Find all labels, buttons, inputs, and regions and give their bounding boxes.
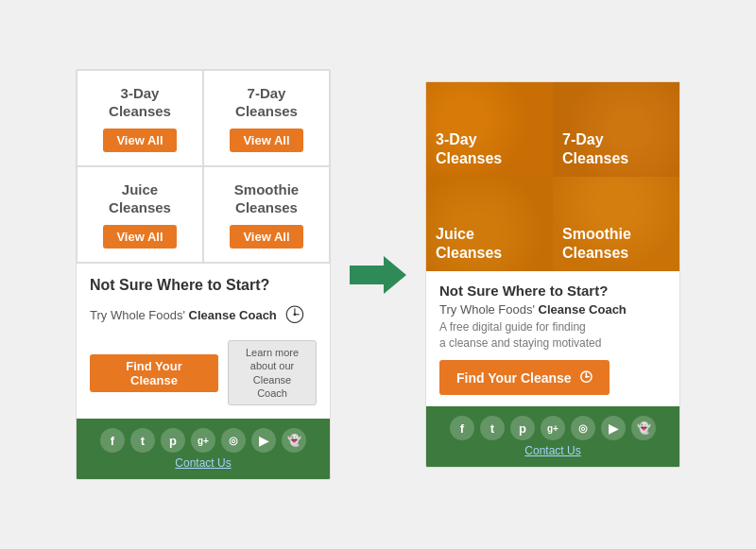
view-all-juice-button[interactable]: View All	[103, 225, 176, 249]
twitter-icon-right[interactable]: t	[480, 416, 505, 440]
facebook-icon-right[interactable]: f	[450, 416, 474, 440]
left-contact-link[interactable]: Contact Us	[175, 456, 231, 470]
whistle-icon-left: ⌚︎	[284, 300, 305, 331]
right-try-text: Try Whole Foods' Cleanse Coach	[439, 302, 666, 317]
cell-title-7day: 7-DayCleanses	[235, 84, 298, 121]
grid-cell-juice: JuiceCleanses View All	[77, 166, 203, 263]
cell-title-smoothie: SmoothieCleanses	[234, 180, 299, 217]
learn-more-button[interactable]: Learn moreabout ourCleanse Coach	[228, 340, 317, 405]
left-footer: f t p g+ ◎ ▶ 👻 Contact Us	[77, 419, 330, 479]
instagram-icon-right[interactable]: ◎	[571, 416, 595, 440]
right-footer: f t p g+ ◎ ▶ 👻 Contact Us	[426, 406, 679, 467]
right-social-icons: f t p g+ ◎ ▶ 👻	[450, 416, 656, 440]
view-all-7day-button[interactable]: View All	[230, 129, 302, 152]
right-bottom-section: Not Sure Where to Start? Try Whole Foods…	[426, 271, 679, 407]
right-title-3day: 3-DayCleanses	[436, 130, 502, 166]
left-bottom-section: Not Sure Where to Start? Try Whole Foods…	[77, 264, 330, 419]
panel-left: 3-DayCleanses View All 7-DayCleanses Vie…	[76, 69, 331, 480]
left-bottom-actions: Find Your Cleanse Learn moreabout ourCle…	[90, 340, 317, 419]
cell-title-juice: JuiceCleanses	[109, 180, 171, 217]
grid-cell-3day: 3-DayCleanses View All	[77, 70, 203, 166]
pinterest-icon-right[interactable]: p	[510, 416, 535, 440]
view-all-3day-button[interactable]: View All	[103, 129, 176, 152]
grid-cell-7day: 7-DayCleanses View All	[203, 70, 330, 166]
right-cleanse-coach-label: Cleanse Coach	[539, 302, 627, 317]
right-contact-link[interactable]: Contact Us	[524, 444, 580, 457]
find-cleanse-button-left[interactable]: Find Your Cleanse	[90, 354, 218, 392]
left-social-icons: f t p g+ ◎ ▶ 👻	[100, 428, 306, 453]
facebook-icon[interactable]: f	[100, 428, 125, 453]
svg-marker-0	[350, 256, 406, 294]
arrow-wrapper	[350, 256, 406, 294]
right-not-sure-title: Not Sure Where to Start?	[439, 283, 666, 299]
cell-title-3day: 3-DayCleanses	[109, 84, 171, 121]
instagram-icon[interactable]: ◎	[221, 428, 246, 453]
right-cell-smoothie[interactable]: SmoothieCleanses	[553, 177, 679, 271]
view-all-smoothie-button[interactable]: View All	[230, 225, 302, 249]
find-cleanse-button-right[interactable]: Find Your Cleanse ⌚︎	[439, 360, 610, 395]
right-title-juice: JuiceCleanses	[436, 225, 502, 261]
googleplus-icon-right[interactable]: g+	[541, 416, 565, 440]
page-wrapper: 3-DayCleanses View All 7-DayCleanses Vie…	[57, 50, 699, 499]
right-cell-3day[interactable]: 3-DayCleanses	[426, 82, 553, 177]
left-try-label: Try Whole Foods' Cleanse Coach	[90, 308, 277, 322]
right-grid: 3-DayCleanses 7-DayCleanses JuiceCleanse…	[426, 82, 679, 271]
twitter-icon[interactable]: t	[130, 428, 155, 453]
left-grid: 3-DayCleanses View All 7-DayCleanses Vie…	[77, 70, 330, 264]
panel-right: 3-DayCleanses 7-DayCleanses JuiceCleanse…	[425, 81, 680, 469]
left-try-text: Try Whole Foods' Cleanse Coach ⌚︎	[90, 300, 317, 331]
right-cell-7day[interactable]: 7-DayCleanses	[553, 82, 679, 177]
youtube-icon-right[interactable]: ▶	[601, 416, 626, 440]
whistle-icon-right: ⌚︎	[579, 368, 593, 387]
grid-cell-smoothie: SmoothieCleanses View All	[203, 166, 330, 263]
left-not-sure-title: Not Sure Where to Start?	[90, 277, 317, 294]
right-free-guide-text: A free digital guide for findinga cleans…	[439, 319, 666, 352]
left-cleanse-coach-label: Cleanse Coach	[189, 308, 277, 322]
right-cell-juice[interactable]: JuiceCleanses	[426, 177, 553, 271]
snapchat-icon-right[interactable]: 👻	[631, 416, 656, 440]
snapchat-icon[interactable]: 👻	[282, 428, 306, 453]
pinterest-icon[interactable]: p	[161, 428, 185, 453]
googleplus-icon[interactable]: g+	[191, 428, 215, 453]
find-cleanse-label: Find Your Cleanse	[456, 370, 572, 386]
right-title-7day: 7-DayCleanses	[562, 130, 628, 166]
right-title-smoothie: SmoothieCleanses	[562, 225, 631, 261]
youtube-icon[interactable]: ▶	[251, 428, 276, 453]
right-arrow-icon	[350, 256, 406, 294]
